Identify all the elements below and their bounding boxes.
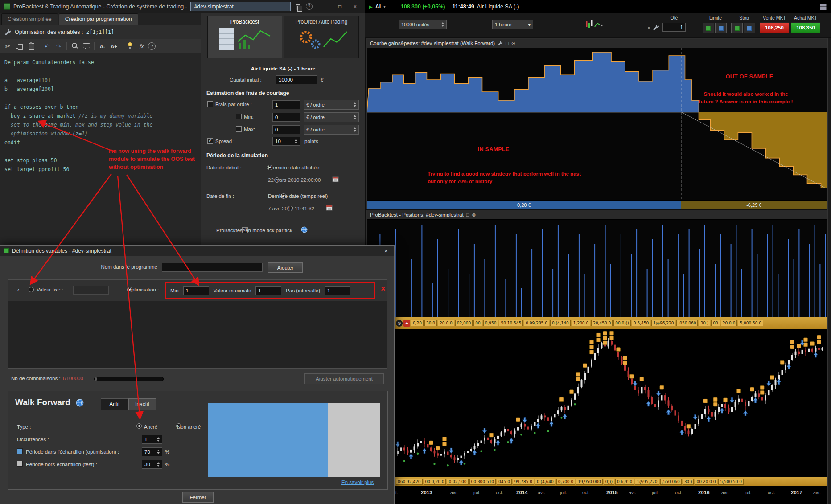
close-button[interactable]: × [349,2,361,11]
maximize-button[interactable]: □ [334,2,346,11]
in-sample-input[interactable]: 70 [142,447,162,456]
variables-dialog: Définition des variables - #dev-simplest… [0,245,395,504]
editor-help-icon[interactable]: ? [148,42,156,50]
units-select[interactable]: 10000 unités [399,20,447,29]
undo-icon[interactable]: ↶ [42,41,52,51]
strip-close-icon[interactable]: ⊗ [396,320,403,327]
spread-checkbox[interactable] [207,138,213,144]
editor-toolbar: ✂ ↶ ↷ A- A+ fx ? [0,39,201,53]
font-decrease-icon[interactable]: A- [97,41,107,51]
combinations-row: Nb de combinaisons : 1/100000 [11,376,83,381]
chart-close-icon[interactable]: ⊗ [472,212,476,218]
qty-input[interactable] [662,23,686,32]
help-icon[interactable]: ? [306,3,313,10]
learn-more-link[interactable]: En savoir plus [341,479,374,485]
optimisation-label: Optimisation : [128,287,159,292]
tab-probacktest[interactable]: ProBacktest [207,16,282,58]
chart-style-icon[interactable] [585,19,603,32]
cut-icon[interactable]: ✂ [3,41,13,51]
chart-restore-icon[interactable]: □ [506,41,509,46]
workspace-grid-icon[interactable] [820,4,827,10]
fee-unit-select[interactable]: € / ordre [304,100,359,110]
price-tag-segment: 0 6,950 [615,479,634,485]
in-sample-label: Période dans l'échantillon (optimisation… [26,449,119,455]
functions-icon[interactable]: fx [136,41,147,51]
positions-plot[interactable] [367,220,827,318]
sell-limit-button[interactable] [703,23,714,33]
auto-adjust-button[interactable]: Ajuster automatiquement [304,373,384,384]
timeframe-select[interactable]: 1 heure▾ [492,20,533,29]
symbol-caret-icon[interactable]: ▾ [383,4,386,9]
fee-input[interactable] [272,113,300,122]
fee-checkbox[interactable] [236,114,242,119]
code-line [4,94,201,102]
equity-plot[interactable]: OUT OF SAMPLE Should it would also worke… [367,48,827,200]
oos-bar [328,403,380,477]
units-value: 10000 unités [401,22,429,27]
fee-input[interactable] [272,100,300,109]
fixed-value-radio[interactable] [29,287,34,292]
start-first-date-label: Première date affichée [268,165,320,170]
fee-unit-select[interactable]: € / ordre [304,112,359,122]
vertical-scrollbar[interactable] [827,38,831,504]
strip-add-icon[interactable]: + [403,320,410,327]
sell-market-button[interactable]: 108,250 [760,22,789,33]
equity-chart-window: Courbe gains&pertes: #dev-simplestrat (W… [366,38,827,209]
program-name-label: Nom dans le programme [0,264,157,270]
fee-unit-select[interactable]: € / ordre [304,125,359,135]
chart-close-icon[interactable]: ⊗ [511,41,515,46]
add-variable-button[interactable]: Ajouter [268,262,303,273]
walk-forward-active-button[interactable]: Actif [101,398,128,410]
fee-checkbox[interactable] [236,126,242,132]
close-dialog-button[interactable]: Fermer [182,492,214,503]
oos-input[interactable]: 30 [142,460,162,469]
capital-input[interactable] [276,75,317,84]
minimize-button[interactable]: — [319,2,331,11]
year-label: 2017 [791,490,802,495]
order-settings-icon[interactable] [653,24,659,32]
step-input[interactable] [325,286,350,295]
expand-caret-icon[interactable]: ► [647,25,651,30]
fixed-value-input[interactable] [73,286,109,295]
min-input[interactable] [183,286,209,295]
anchored-radio[interactable] [136,423,142,429]
font-increase-icon[interactable]: A+ [109,41,119,51]
chart-settings-icon[interactable] [498,41,503,46]
price-tag-segment: ,550 060 [660,479,682,485]
delete-variable-icon[interactable]: × [381,285,386,293]
edit-icon[interactable] [294,3,303,11]
combinations-label: Nb de combinaisons : [11,376,61,381]
chart-restore-icon[interactable]: □ [466,212,469,217]
search-icon[interactable] [70,41,80,51]
redo-icon[interactable]: ↷ [53,41,64,51]
fee-input[interactable] [272,125,300,134]
buy-stop-button[interactable] [744,23,755,33]
occurrences-value: 1 [144,437,147,442]
paste-icon[interactable] [26,41,36,51]
spread-input[interactable]: 10 [272,137,300,146]
walk-forward-inactive-button[interactable]: Inactif [128,398,156,410]
end-calendar-icon[interactable] [326,204,333,212]
strategy-name-field[interactable] [190,2,291,11]
optimization-variables-value[interactable]: z[1;1][1] [86,29,114,35]
price-tag-segment: 0 5,450 [632,320,650,326]
start-calendar-icon[interactable] [332,176,339,184]
symbol-code[interactable]: AI [375,4,381,10]
copy-icon[interactable] [14,41,25,51]
occurrences-input[interactable]: 1 [142,435,162,444]
max-input[interactable] [255,286,281,295]
tab-proorder[interactable]: ProOrder AutoTrading [284,16,359,58]
program-name-input[interactable] [162,263,263,272]
end-custom-date-value: 7 avr. 2017 11:41:32 [268,206,314,211]
tab-creation-programmation[interactable]: Création par programmation [59,13,138,25]
dialog-close-icon[interactable]: × [382,247,391,254]
suggestion-icon[interactable] [125,41,135,51]
buy-market-button[interactable]: 108,350 [791,22,820,33]
not-anchored-label: Non ancré [177,424,201,430]
price-chart[interactable] [366,329,827,477]
comment-icon[interactable] [81,41,91,51]
sell-stop-button[interactable] [731,23,743,33]
buy-limit-button[interactable] [715,23,727,33]
tab-creation-simplifiee[interactable]: Création simplifiée [1,13,58,25]
fee-checkbox[interactable] [207,101,213,107]
